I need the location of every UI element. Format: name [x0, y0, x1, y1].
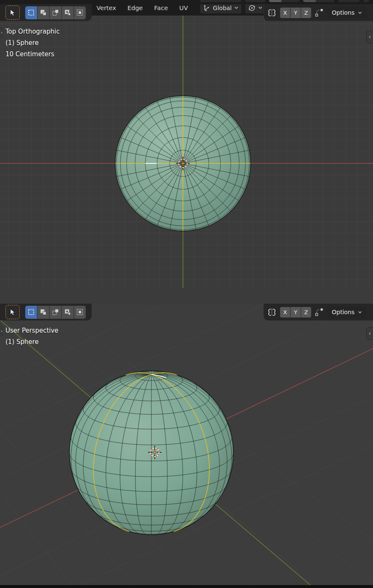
menu-item-vertex[interactable]: Vertex: [96, 5, 116, 11]
pivot-point-dropdown[interactable]: [245, 0, 265, 2]
orientation-label: Global: [213, 5, 232, 11]
cursor-arrow-icon: [10, 9, 16, 16]
menu-item-edge[interactable]: Edge: [127, 5, 143, 11]
select-mode-subtract-button[interactable]: [50, 6, 61, 19]
sidebar-expand-arrow[interactable]: ‹: [366, 31, 373, 43]
chevron-down-icon: [358, 311, 362, 314]
select-mode-set-button[interactable]: [25, 6, 37, 19]
select-mode-subtract-button[interactable]: [50, 306, 61, 319]
snap-base-icon[interactable]: [315, 8, 324, 17]
snap-toggle-button[interactable]: [269, 0, 281, 2]
tweak-tool-button[interactable]: [5, 305, 20, 319]
tool-settings-right: X Y Z Options: [264, 4, 373, 21]
editor-divider: [0, 585, 373, 588]
mirror-y-button[interactable]: Y: [291, 307, 301, 318]
select-box-intersect-icon: [77, 9, 83, 16]
menu-item-uv[interactable]: UV: [179, 5, 188, 11]
transform-orientation-dropdown[interactable]: Global: [200, 0, 241, 2]
select-box-invert-icon: [64, 9, 71, 16]
select-mode-group: [25, 6, 86, 19]
toolbar-expand-arrow[interactable]: ›: [0, 27, 3, 38]
select-box-extend-icon: [40, 309, 47, 315]
clipped-header-button[interactable]: [363, 0, 369, 2]
mirror-axis-group: X Y Z: [280, 307, 311, 318]
select-mode-intersect-button[interactable]: [74, 306, 86, 319]
proportional-edit-group: [303, 0, 334, 2]
select-box-invert-icon: [64, 309, 71, 315]
select-box-intersect-icon: [77, 309, 83, 315]
select-box-set-icon: [28, 9, 34, 16]
blender-window: View Select Add Mesh Vertex Edge Face UV…: [0, 0, 373, 588]
tweak-tool-button[interactable]: [5, 5, 20, 20]
viewport-1[interactable]: X Y Z Options Top Orthographic (1) Spher…: [0, 4, 373, 288]
viewport1-canvas[interactable]: [0, 4, 373, 288]
menu-item-face[interactable]: Face: [154, 5, 168, 11]
viewport2-header: View Select Add Mesh Vertex Edge Face UV…: [0, 0, 373, 4]
chevron-down-icon: [234, 6, 238, 9]
select-box-subtract-icon: [52, 309, 59, 315]
mirror-icon: [267, 308, 277, 316]
select-mode-group: [25, 306, 86, 319]
pivot-point-icon: [248, 0, 256, 0]
mirror-x-button[interactable]: X: [280, 307, 290, 318]
tool-settings-left: [0, 4, 92, 21]
proportional-edit-toggle[interactable]: [303, 0, 316, 2]
snap-base-icon[interactable]: [315, 307, 324, 317]
snap-control-group: [269, 0, 299, 2]
tool-settings-right: X Y Z Options: [264, 304, 373, 320]
mirror-z-button[interactable]: Z: [301, 8, 311, 18]
pivot-point-icon: [248, 4, 256, 12]
viewport-2[interactable]: User Perspective (1) Sphere › ‹: [0, 304, 373, 585]
sidebar-expand-arrow[interactable]: ‹: [366, 327, 373, 340]
orientation-axes-icon: [203, 4, 210, 11]
options-label: Options: [332, 309, 354, 315]
select-box-subtract-icon: [52, 9, 59, 16]
select-mode-set-button[interactable]: [25, 306, 37, 319]
options-dropdown[interactable]: Options: [327, 307, 367, 318]
select-mode-invert-button[interactable]: [62, 6, 74, 19]
mirror-icon: [267, 9, 277, 17]
cursor-arrow-icon: [10, 309, 16, 316]
tool-settings-left: [0, 304, 92, 320]
snap-with-dropdown[interactable]: [281, 0, 299, 2]
select-mode-extend-button[interactable]: [37, 306, 49, 319]
proportional-falloff-dropdown[interactable]: [316, 0, 334, 2]
select-mode-extend-button[interactable]: [37, 6, 49, 19]
options-dropdown[interactable]: Options: [327, 7, 367, 18]
chevron-down-icon: [358, 11, 362, 14]
proportional-editing-icon: [306, 0, 313, 0]
mirror-z-button[interactable]: Z: [301, 307, 311, 318]
header-controls: Global: [200, 0, 369, 2]
viewport2-canvas[interactable]: [0, 304, 373, 585]
options-label: Options: [332, 9, 354, 16]
chevron-down-icon: [258, 6, 262, 9]
select-mode-invert-button[interactable]: [62, 306, 74, 319]
toolbar-expand-arrow[interactable]: ›: [0, 326, 3, 336]
select-box-extend-icon: [40, 9, 47, 16]
select-mode-intersect-button[interactable]: [74, 6, 86, 19]
mirror-y-button[interactable]: Y: [291, 8, 301, 18]
select-box-set-icon: [28, 309, 34, 315]
viewport1-header-sliver: View Select Add Mesh Vertex Edge Face UV…: [0, 0, 373, 4]
mirror-x-button[interactable]: X: [280, 8, 290, 18]
mirror-axis-group: X Y Z: [280, 8, 311, 18]
visibility-dropdown[interactable]: [338, 0, 360, 2]
